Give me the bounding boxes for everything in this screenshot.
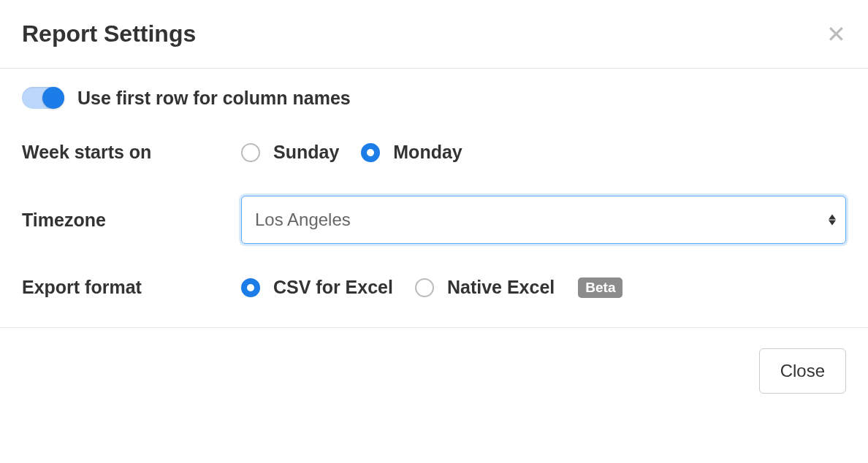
radio-monday-label: Monday: [393, 142, 462, 163]
beta-badge: Beta: [578, 278, 623, 298]
radio-monday[interactable]: [361, 143, 380, 162]
toggle-label: Use first row for column names: [77, 88, 351, 109]
week-starts-label: Week starts on: [22, 142, 241, 163]
close-icon[interactable]: ✕: [826, 23, 846, 46]
modal-title: Report Settings: [22, 20, 196, 47]
timezone-select[interactable]: Los Angeles: [241, 196, 846, 244]
radio-sunday[interactable]: [241, 143, 260, 162]
radio-sunday-label: Sunday: [273, 142, 339, 163]
radio-csv[interactable]: [241, 278, 260, 297]
export-format-label: Export format: [22, 277, 241, 298]
use-first-row-toggle[interactable]: [22, 87, 64, 109]
timezone-value: Los Angeles: [255, 210, 351, 230]
radio-csv-label: CSV for Excel: [273, 277, 393, 298]
radio-native-excel[interactable]: [415, 278, 434, 297]
radio-native-excel-label: Native Excel: [447, 277, 555, 298]
toggle-knob: [42, 87, 64, 109]
close-button[interactable]: Close: [759, 348, 846, 394]
select-arrows-icon: [829, 215, 836, 226]
timezone-label: Timezone: [22, 210, 241, 231]
